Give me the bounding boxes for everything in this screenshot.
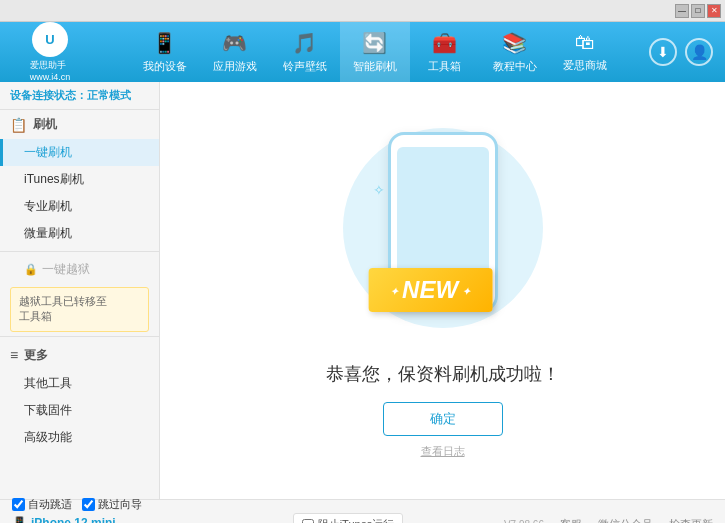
wechat-official-link[interactable]: 微信公众号 [598, 517, 653, 523]
divider-1 [0, 251, 159, 252]
device-info: 📱 iPhone 12 mini 64GB Down-12mini-13,1 [12, 516, 192, 523]
sidebar-item-one-click-flash[interactable]: 一键刷机 [0, 139, 159, 166]
mall-icon: 🛍 [575, 31, 595, 54]
toolbox-icon: 🧰 [432, 31, 457, 55]
auto-follow-checkbox[interactable]: 自动跳适 [12, 497, 72, 512]
close-button[interactable]: ✕ [707, 4, 721, 18]
logo-area: U 爱思助手 www.i4.cn [0, 22, 100, 82]
sidebar-section-flash: 📋 刷机 [0, 110, 159, 139]
nav-my-device[interactable]: 📱 我的设备 [130, 22, 200, 82]
bottom-left: 自动跳适 跳过向导 📱 iPhone 12 mini 64GB Down-12m… [12, 497, 192, 523]
top-nav: U 爱思助手 www.i4.cn 📱 我的设备 🎮 应用游戏 🎵 铃声壁纸 🔄 … [0, 22, 725, 82]
confirm-button[interactable]: 确定 [383, 402, 503, 436]
tutorials-icon: 📚 [502, 31, 527, 55]
title-bar: — □ ✕ [0, 0, 725, 22]
sidebar-item-micro-flash[interactable]: 微量刷机 [0, 220, 159, 247]
new-banner: NEW [368, 268, 492, 312]
sidebar-notice: 越狱工具已转移至工具箱 [10, 287, 149, 332]
no-itunes-checkbox[interactable]: 阻止iTunes运行 [293, 513, 404, 523]
check-update-link[interactable]: 检查更新 [669, 517, 713, 523]
sidebar: 设备连接状态：正常模式 📋 刷机 一键刷机 iTunes刷机 专业刷机 微量刷机… [0, 82, 160, 499]
apps-games-icon: 🎮 [222, 31, 247, 55]
more-section-icon: ≡ [10, 347, 18, 363]
user-button[interactable]: 👤 [685, 38, 713, 66]
device-status-bar: 设备连接状态：正常模式 [0, 82, 159, 110]
skip-wizard-checkbox[interactable]: 跳过向导 [82, 497, 142, 512]
nav-smart-flash[interactable]: 🔄 智能刷机 [340, 22, 410, 82]
smart-flash-icon: 🔄 [362, 31, 387, 55]
main-content: 设备连接状态：正常模式 📋 刷机 一键刷机 iTunes刷机 专业刷机 微量刷机… [0, 82, 725, 499]
customer-service-link[interactable]: 客服 [560, 517, 582, 523]
phone-screen [397, 147, 489, 277]
checkbox-row: 自动跳适 跳过向导 [12, 497, 192, 512]
sidebar-item-other-tools[interactable]: 其他工具 [0, 370, 159, 397]
nav-items: 📱 我的设备 🎮 应用游戏 🎵 铃声壁纸 🔄 智能刷机 🧰 工具箱 📚 教程中心… [100, 22, 649, 82]
nav-toolbox[interactable]: 🧰 工具箱 [410, 22, 480, 82]
logo-text: 爱思助手 www.i4.cn [30, 59, 71, 82]
my-device-icon: 📱 [152, 31, 177, 55]
right-content: ✦ ✦ ✧ ✦ NEW 恭喜您，保资料刷机成功啦！ 确定 查看日志 [160, 82, 725, 499]
logo-icon: U [32, 22, 68, 57]
sparkle-3: ✧ [373, 182, 385, 198]
nav-tutorials[interactable]: 📚 教程中心 [480, 22, 550, 82]
window-controls[interactable]: — □ ✕ [675, 4, 721, 18]
sidebar-jailbreak-grayed: 🔒 一键越狱 [0, 256, 159, 283]
device-phone-icon: 📱 [12, 516, 27, 523]
download-button[interactable]: ⬇ [649, 38, 677, 66]
bottom-bar: 自动跳适 跳过向导 📱 iPhone 12 mini 64GB Down-12m… [0, 499, 725, 523]
maximize-button[interactable]: □ [691, 4, 705, 18]
flash-section-icon: 📋 [10, 117, 27, 133]
device-name: 📱 iPhone 12 mini [12, 516, 192, 523]
lock-icon: 🔒 [24, 263, 38, 276]
nav-right: ⬇ 👤 [649, 38, 725, 66]
version-label: V7.98.66 [504, 519, 544, 523]
skip-wizard-input[interactable] [82, 498, 95, 511]
minimize-button[interactable]: — [675, 4, 689, 18]
no-itunes-input[interactable] [302, 519, 314, 524]
phone-illustration: ✦ ✦ ✧ ✦ NEW [323, 122, 563, 342]
sidebar-item-advanced[interactable]: 高级功能 [0, 424, 159, 451]
divider-2 [0, 336, 159, 337]
nav-apps-games[interactable]: 🎮 应用游戏 [200, 22, 270, 82]
skip-link[interactable]: 查看日志 [421, 444, 465, 459]
congrats-text: 恭喜您，保资料刷机成功啦！ [326, 362, 560, 386]
sidebar-item-pro-flash[interactable]: 专业刷机 [0, 193, 159, 220]
sidebar-item-download-firmware[interactable]: 下载固件 [0, 397, 159, 424]
sidebar-item-itunes-flash[interactable]: iTunes刷机 [0, 166, 159, 193]
ringtones-icon: 🎵 [292, 31, 317, 55]
nav-ringtones[interactable]: 🎵 铃声壁纸 [270, 22, 340, 82]
sidebar-section-more: ≡ 更多 [0, 341, 159, 370]
logo-symbol: U [45, 32, 54, 47]
bottom-right: V7.98.66 客服 微信公众号 检查更新 [504, 517, 713, 523]
auto-follow-input[interactable] [12, 498, 25, 511]
bottom-center: 阻止iTunes运行 [192, 513, 504, 523]
nav-mall[interactable]: 🛍 爱思商城 [550, 22, 620, 82]
